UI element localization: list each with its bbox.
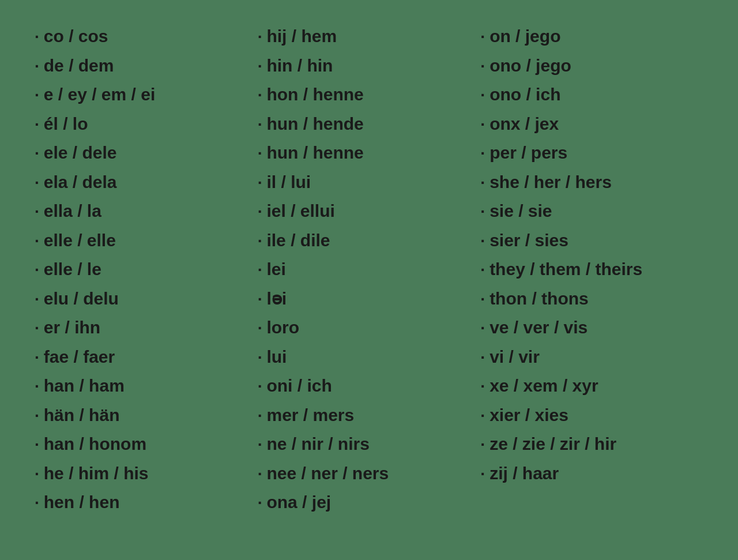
pronoun-text: hun / hende: [266, 111, 363, 138]
bullet-icon: ·: [258, 374, 262, 399]
bullet-icon: ·: [35, 345, 39, 370]
pronoun-text: han / honom: [44, 431, 146, 458]
list-item: ·ze / zie / zir / hir: [480, 431, 703, 458]
list-item: ·xier / xies: [480, 402, 703, 429]
bullet-icon: ·: [35, 257, 39, 282]
bullet-icon: ·: [480, 257, 485, 282]
list-item: ·ela / dela: [35, 169, 258, 196]
pronoun-text: mer / mers: [266, 402, 354, 429]
bullet-icon: ·: [258, 170, 262, 195]
pronoun-text: she / her / hers: [490, 169, 612, 196]
bullet-icon: ·: [258, 315, 262, 340]
list-item: ·fae / faer: [35, 344, 258, 371]
pronoun-text: ono / ich: [490, 81, 560, 108]
list-item: ·ona / jej: [258, 489, 481, 516]
pronoun-text: sier / sies: [490, 227, 568, 254]
bullet-icon: ·: [480, 141, 485, 166]
bullet-icon: ·: [35, 54, 39, 78]
list-item: ·ono / ich: [480, 81, 703, 108]
pronoun-text: fae / faer: [44, 344, 115, 371]
bullet-icon: ·: [35, 403, 39, 428]
bullet-icon: ·: [35, 141, 39, 166]
list-item: ·lui: [258, 344, 481, 371]
bullet-icon: ·: [480, 228, 485, 253]
bullet-icon: ·: [35, 374, 39, 399]
bullet-icon: ·: [480, 432, 485, 457]
list-item: ·lei: [258, 256, 481, 283]
bullet-icon: ·: [35, 112, 39, 137]
pronoun-text: ze / zie / zir / hir: [490, 431, 616, 458]
bullet-icon: ·: [480, 24, 485, 49]
bullet-icon: ·: [480, 54, 485, 78]
list-item: ·ne / nir / nirs: [258, 431, 481, 458]
bullet-icon: ·: [258, 199, 262, 224]
pronoun-text: hun / henne: [266, 140, 363, 167]
list-item: ·hun / hende: [258, 111, 481, 138]
list-item: ·iel / ellui: [258, 198, 481, 225]
pronoun-text: ele / dele: [44, 140, 117, 167]
pronoun-text: iel / ellui: [266, 198, 334, 225]
list-item: ·nee / ner / ners: [258, 460, 481, 487]
list-item: ·zij / haar: [480, 460, 703, 487]
list-item: ·hij / hem: [258, 23, 481, 50]
bullet-icon: ·: [258, 403, 262, 428]
bullet-icon: ·: [480, 112, 485, 137]
list-item: ·ella / la: [35, 198, 258, 225]
list-item: ·co / cos: [35, 23, 258, 50]
pronoun-text: él / lo: [44, 111, 88, 138]
pronoun-text: xier / xies: [490, 402, 568, 429]
pronoun-text: hin / hin: [266, 52, 333, 80]
bullet-icon: ·: [258, 461, 262, 486]
list-item: ·hon / henne: [258, 81, 481, 108]
bullet-icon: ·: [35, 461, 39, 486]
bullet-icon: ·: [258, 432, 262, 457]
bullet-icon: ·: [480, 287, 485, 311]
pronoun-text: e / ey / em / ei: [44, 81, 155, 108]
list-item: ·oni / ich: [258, 373, 481, 400]
pronoun-text: hen / hen: [44, 489, 120, 516]
list-item: ·sier / sies: [480, 227, 703, 254]
pronoun-text: ile / dile: [266, 227, 330, 254]
pronoun-text: ləi: [266, 285, 287, 313]
bullet-icon: ·: [258, 82, 262, 107]
list-item: ·il / lui: [258, 169, 481, 196]
column-1: ·co / cos·de / dem·e / ey / em / ei·él /…: [35, 23, 258, 516]
pronoun-text: lui: [266, 344, 287, 371]
list-item: ·sie / sie: [480, 198, 703, 225]
list-item: ·ono / jego: [480, 52, 703, 80]
pronoun-text: on / jego: [490, 23, 560, 50]
bullet-icon: ·: [258, 490, 262, 515]
bullet-icon: ·: [480, 403, 485, 428]
list-item: ·they / them / theirs: [480, 256, 703, 283]
bullet-icon: ·: [480, 170, 485, 195]
list-item: ·on / jego: [480, 23, 703, 50]
pronoun-text: ve / ver / vis: [490, 314, 588, 341]
bullet-icon: ·: [480, 315, 485, 340]
list-item: ·per / pers: [480, 140, 703, 167]
pronoun-text: hij / hem: [266, 23, 337, 50]
pronoun-text: elle / elle: [44, 227, 116, 254]
list-item: ·e / ey / em / ei: [35, 81, 258, 108]
list-item: ·er / ihn: [35, 314, 258, 341]
list-item: ·mer / mers: [258, 402, 481, 429]
bullet-icon: ·: [258, 257, 262, 282]
pronoun-text: oni / ich: [266, 373, 332, 400]
pronoun-text: er / ihn: [44, 314, 100, 341]
list-item: ·onx / jex: [480, 111, 703, 138]
pronoun-text: elle / le: [44, 256, 101, 283]
list-item: ·thon / thons: [480, 285, 703, 313]
pronoun-text: il / lui: [266, 169, 311, 196]
list-item: ·ile / dile: [258, 227, 481, 254]
pronoun-text: per / pers: [490, 140, 567, 167]
list-item: ·she / her / hers: [480, 169, 703, 196]
bullet-icon: ·: [480, 345, 485, 370]
bullet-icon: ·: [35, 432, 39, 457]
list-item: ·ele / dele: [35, 140, 258, 167]
pronoun-text: hon / henne: [266, 81, 363, 108]
list-item: ·vi / vir: [480, 344, 703, 371]
pronoun-text: hän / hän: [44, 402, 120, 429]
bullet-icon: ·: [258, 54, 262, 78]
bullet-icon: ·: [35, 287, 39, 311]
bullet-icon: ·: [258, 345, 262, 370]
pronoun-text: sie / sie: [490, 198, 552, 225]
